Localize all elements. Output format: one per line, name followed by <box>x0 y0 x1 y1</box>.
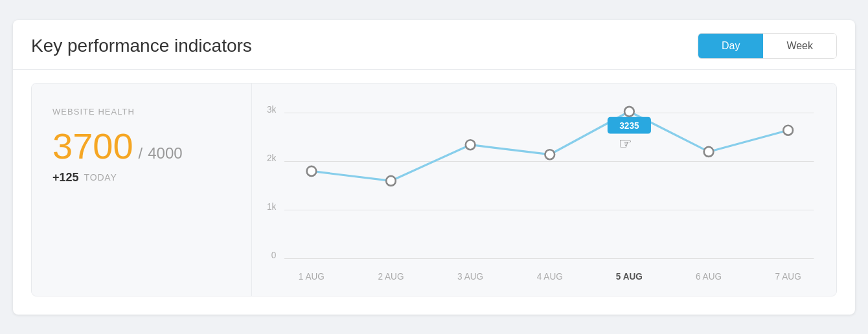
data-point-3 <box>466 140 475 150</box>
today-label: TODAY <box>84 172 117 183</box>
score-divider: / <box>139 144 143 162</box>
today-delta: +125 <box>52 171 79 184</box>
section-label: WEBSITE HEALTH <box>52 107 231 117</box>
left-panel: WEBSITE HEALTH 3700 / 4000 +125 TODAY <box>32 84 252 296</box>
x-label-5aug: 5 AUG <box>616 271 643 281</box>
website-health-card: WEBSITE HEALTH 3700 / 4000 +125 TODAY 3k… <box>31 83 837 296</box>
line-chart: 3k 2k 1k 0 <box>257 99 821 293</box>
data-point-1 <box>307 166 317 175</box>
data-point-4 <box>545 150 554 159</box>
data-point-7 <box>783 125 793 135</box>
x-label-4aug: 4 AUG <box>537 271 563 281</box>
card-header: Key performance indicators Day Week <box>13 20 855 70</box>
score-row: 3700 / 4000 <box>52 128 231 164</box>
day-toggle-button[interactable]: Day <box>698 34 763 58</box>
x-label-7aug: 7 AUG <box>775 271 801 281</box>
y-label-1k: 1k <box>267 202 276 212</box>
time-toggle-group: Day Week <box>698 33 837 59</box>
x-label-3aug: 3 AUG <box>457 271 483 281</box>
x-label-1aug: 1 AUG <box>299 271 325 281</box>
data-point-2 <box>386 175 396 185</box>
tooltip-text: 3235 <box>619 120 639 130</box>
page-title: Key performance indicators <box>31 36 252 56</box>
y-label-2k: 2k <box>267 153 276 163</box>
data-point-6 <box>704 146 714 156</box>
x-label-2aug: 2 AUG <box>378 271 404 281</box>
today-row: +125 TODAY <box>52 171 231 184</box>
chart-line <box>312 111 788 181</box>
kpi-card: Key performance indicators Day Week WEBS… <box>13 20 855 315</box>
score-value: 3700 <box>52 128 133 164</box>
data-point-5-active <box>624 106 634 116</box>
y-label-0: 0 <box>271 251 277 260</box>
y-label-3k: 3k <box>267 105 276 115</box>
cursor-icon: ☞ <box>619 135 632 151</box>
x-label-6aug: 6 AUG <box>696 271 722 281</box>
score-max: 4000 <box>148 144 182 162</box>
chart-area: 3k 2k 1k 0 <box>252 84 836 296</box>
card-content: WEBSITE HEALTH 3700 / 4000 +125 TODAY 3k… <box>13 70 855 315</box>
week-toggle-button[interactable]: Week <box>763 34 836 58</box>
